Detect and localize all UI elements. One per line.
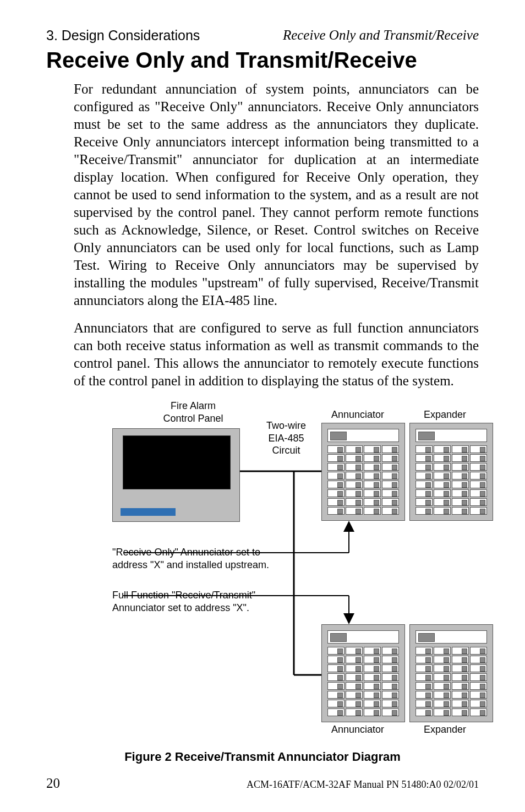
zone-cell: [470, 673, 487, 681]
note-receive-transmit: Full Function "Receive/Transmit" Annunci…: [112, 589, 255, 614]
zone-cell: [452, 682, 469, 690]
zone-cell: [434, 489, 451, 497]
zone-cell: [382, 656, 399, 663]
zone-cell: [364, 507, 381, 515]
zone-cell: [346, 656, 363, 663]
zone-cell: [434, 481, 451, 488]
zone-cell: [346, 647, 363, 655]
zone-cell: [346, 700, 363, 707]
zone-cell: [327, 498, 344, 506]
zone-cell: [382, 481, 399, 488]
zone-cell: [434, 656, 451, 663]
zone-cell: [346, 691, 363, 699]
zone-cell: [470, 472, 487, 479]
zone-cell: [434, 709, 451, 716]
zone-cell: [364, 445, 381, 453]
zone-cell: [415, 709, 433, 716]
zone-cell: [364, 498, 381, 506]
zone-cell: [346, 498, 363, 506]
paragraph-2: Annunciators that are configured to serv…: [74, 319, 479, 390]
zone-cell: [382, 489, 399, 497]
zone-cell: [452, 445, 469, 453]
zone-cell: [327, 682, 344, 690]
zone-cell: [346, 682, 363, 690]
zone-cell: [327, 664, 344, 672]
zone-cell: [364, 709, 381, 716]
zone-cell: [452, 673, 469, 681]
zone-cell: [452, 647, 469, 655]
zone-cell: [434, 682, 451, 690]
zone-cell: [415, 481, 433, 488]
zone-cell: [470, 664, 487, 672]
zone-cell: [470, 481, 487, 488]
zone-cell: [415, 673, 433, 681]
running-head: 3. Design Considerations Receive Only an…: [46, 28, 479, 43]
label-fire-alarm-control-panel: Fire Alarm Control Panel: [146, 400, 240, 424]
zone-cell: [382, 507, 399, 515]
paragraph-1: For redundant annunciation of system poi…: [74, 80, 479, 309]
zone-cell: [434, 664, 451, 672]
zone-cell: [364, 489, 381, 497]
zone-cell: [434, 472, 451, 479]
zone-cell: [434, 647, 451, 655]
zone-cell: [434, 700, 451, 707]
running-head-right: Receive Only and Transmit/Receive: [283, 28, 479, 43]
zone-cell: [470, 656, 487, 663]
zone-cell: [415, 472, 433, 479]
zone-cell: [434, 454, 451, 462]
zone-cell: [415, 691, 433, 699]
zone-cell: [452, 463, 469, 471]
zone-cell: [327, 656, 344, 663]
zone-cell: [452, 472, 469, 479]
zone-cell: [327, 709, 344, 716]
zone-cell: [327, 472, 344, 479]
footer: 20 ACM-16ATF/ACM-32AF Manual PN 51480:A0…: [46, 776, 479, 791]
zone-cell: [452, 709, 469, 716]
zone-cell: [364, 691, 381, 699]
zone-cell: [415, 498, 433, 506]
label-two-wire-eia485: Two-wire EIA-485 Circuit: [258, 419, 315, 457]
zone-cell: [364, 454, 381, 462]
zone-cell: [470, 489, 487, 497]
zone-cell: [434, 463, 451, 471]
zone-cell: [327, 454, 344, 462]
zone-cell: [346, 489, 363, 497]
zone-cell: [415, 463, 433, 471]
page: 3. Design Considerations Receive Only an…: [0, 0, 525, 812]
note-receive-only: "Receive Only" Annunciator set to addres…: [112, 546, 269, 571]
zone-cell: [364, 682, 381, 690]
zone-cell: [346, 454, 363, 462]
zone-cell: [327, 463, 344, 471]
zone-cell: [452, 489, 469, 497]
zone-cell: [382, 472, 399, 479]
zone-cell: [327, 489, 344, 497]
zone-cell: [364, 647, 381, 655]
zone-cell: [470, 647, 487, 655]
zone-cell: [452, 507, 469, 515]
zone-cell: [327, 691, 344, 699]
zone-cell: [452, 454, 469, 462]
zone-cell: [470, 700, 487, 707]
zone-cell: [452, 481, 469, 488]
zone-cell: [434, 498, 451, 506]
zone-cell: [382, 691, 399, 699]
zone-cell: [364, 481, 381, 488]
diagram: Fire Alarm Control Panel Two-wire EIA-48…: [112, 400, 497, 741]
zone-cell: [452, 656, 469, 663]
zone-cell: [364, 700, 381, 707]
zone-cell: [415, 700, 433, 707]
zone-cell: [470, 682, 487, 690]
zone-cell: [382, 498, 399, 506]
zone-cell: [382, 647, 399, 655]
zone-cell: [470, 445, 487, 453]
expander-top-icon: [409, 423, 493, 521]
zone-cell: [327, 445, 344, 453]
zone-cell: [327, 647, 344, 655]
zone-cell: [415, 664, 433, 672]
zone-cell: [382, 682, 399, 690]
zone-cell: [415, 682, 433, 690]
zone-cell: [415, 656, 433, 663]
zone-cell: [434, 691, 451, 699]
doc-meta: ACM-16ATF/ACM-32AF Manual PN 51480:A0 02…: [247, 779, 479, 791]
zone-cell: [382, 709, 399, 716]
